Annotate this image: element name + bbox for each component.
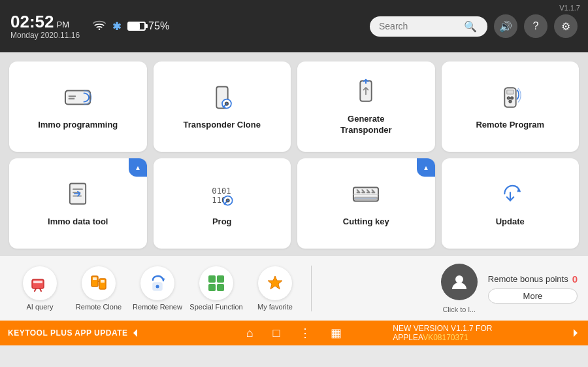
settings-button[interactable]: ⚙: [554, 14, 578, 38]
remote-clone-icon: [82, 266, 116, 300]
svg-rect-5: [507, 90, 514, 94]
settings-icon: ⚙: [561, 20, 570, 33]
svg-point-13: [226, 199, 229, 201]
nav-home-icon[interactable]: ⌂: [246, 326, 253, 340]
svg-rect-25: [208, 275, 216, 283]
cloud-upload-icon: ▴: [136, 163, 140, 172]
status-icons: ✱ 75%: [93, 20, 169, 33]
svg-rect-28: [217, 284, 224, 291]
dock-remote-clone[interactable]: Remote Clone: [69, 266, 128, 311]
svg-point-24: [156, 285, 159, 288]
immo-data-tool-label: Immo data tool: [48, 217, 108, 228]
bonus-points-value: 0: [572, 273, 578, 285]
cutting-key-icon: [351, 181, 381, 211]
card-cutting-key[interactable]: ▴ Cutting key: [297, 158, 435, 249]
svg-rect-22: [101, 280, 105, 283]
more-button[interactable]: More: [488, 288, 578, 304]
card-transponder-clone[interactable]: Transponder Clone: [154, 61, 291, 152]
transponder-clone-icon: [207, 84, 237, 114]
generate-transponder-label: Generate Transponder: [340, 114, 392, 136]
svg-marker-32: [574, 329, 578, 337]
search-bar: 🔍 🔊 ? ⚙: [370, 14, 578, 38]
remote-program-icon: [495, 84, 525, 114]
ai-query-label: AI query: [27, 303, 54, 311]
prog-icon: 0101 110: [207, 181, 237, 211]
search-icon: 🔍: [464, 20, 477, 33]
time-block: 02:52 PM Monday 2020.11.16: [10, 12, 80, 40]
svg-text:0101: 0101: [212, 186, 231, 196]
nav-arrow-right: [570, 328, 580, 338]
volume-button[interactable]: 🔊: [494, 14, 517, 38]
nav-right-text: NEW VERSION V1.1.7 FOR APPLEAVK08170371: [393, 324, 567, 342]
version-label: V1.1.7: [559, 4, 580, 12]
special-function-label: Special Function: [189, 303, 242, 311]
dock-ai-query[interactable]: AI query: [10, 266, 69, 311]
card-immo-data-tool[interactable]: ▴ Immo data tool: [9, 158, 147, 249]
transponder-clone-label: Transponder Clone: [184, 120, 261, 131]
nav-bar-right: NEW VERSION V1.1.7 FOR APPLEAVK08170371: [393, 324, 580, 342]
keytool-update-text: KEYTOOL PLUS APP UPDATE: [8, 328, 128, 338]
svg-point-6: [507, 97, 509, 99]
ai-query-icon: [23, 266, 57, 300]
card-update[interactable]: Update: [442, 158, 580, 249]
dock-special-function[interactable]: Special Function: [187, 266, 246, 311]
search-input[interactable]: [379, 21, 464, 31]
cutting-key-label: Cutting key: [343, 217, 389, 228]
card-prog[interactable]: 0101 110 Prog: [154, 158, 291, 249]
remote-program-label: Remote Program: [476, 120, 544, 131]
svg-point-8: [509, 100, 511, 102]
user-click-label: Click to l...: [442, 306, 476, 313]
svg-marker-29: [268, 276, 282, 289]
update-icon: [495, 181, 525, 211]
battery-fill: [129, 23, 140, 29]
user-avatar[interactable]: [441, 264, 478, 300]
dock-divider: [311, 266, 312, 311]
nav-bar: KEYTOOL PLUS APP UPDATE ⌂ □ ⋮ ▦ NEW VERS…: [0, 321, 588, 345]
clock-time: 02:52: [10, 12, 54, 31]
svg-point-0: [99, 28, 101, 30]
date-display: Monday 2020.11.16: [10, 31, 80, 40]
remote-renew-label: Remote Renew: [133, 303, 182, 311]
bluetooth-icon: ✱: [112, 20, 121, 33]
bonus-points-display: Remote bonus points 0: [488, 273, 578, 285]
card-remote-program[interactable]: Remote Program: [442, 61, 580, 152]
card-immo-programming[interactable]: Immo programming: [9, 61, 147, 152]
nav-scan-icon[interactable]: ▦: [331, 326, 342, 340]
prog-label: Prog: [212, 217, 232, 228]
svg-point-30: [455, 275, 463, 283]
app-grid: Immo programming Transponder Clone: [9, 61, 579, 249]
bonus-points-label: Remote bonus points: [488, 274, 568, 284]
battery-shape: [127, 22, 146, 31]
search-input-wrap[interactable]: 🔍: [370, 16, 487, 37]
svg-marker-31: [133, 329, 137, 337]
svg-rect-20: [93, 277, 97, 280]
dock-remote-renew[interactable]: Remote Renew: [128, 266, 187, 311]
vin-text: VK08170371: [423, 333, 468, 342]
help-button[interactable]: ?: [524, 14, 547, 38]
my-favorite-label: My favorite: [257, 303, 293, 311]
nav-recents-icon[interactable]: ⋮: [299, 326, 311, 340]
my-favorite-icon: [258, 266, 292, 300]
main-area: Immo programming Transponder Clone: [0, 52, 588, 255]
remote-clone-label: Remote Clone: [76, 303, 122, 311]
volume-icon: 🔊: [499, 20, 512, 33]
help-icon: ?: [533, 20, 539, 32]
cloud-upload-icon-2: ▴: [424, 163, 428, 172]
battery-percentage: 75%: [148, 20, 169, 32]
dock-my-favorite[interactable]: My favorite: [246, 266, 304, 311]
svg-point-3: [225, 102, 228, 105]
generate-transponder-icon: [351, 79, 381, 109]
cloud-badge-immo: ▴: [129, 158, 147, 177]
top-bar: V1.1.7 02:52 PM Monday 2020.11.16 ✱ 75%: [0, 0, 588, 52]
wifi-icon: [93, 20, 106, 33]
bottom-dock: AI query Remote Clone Remote Renew: [0, 255, 588, 321]
card-generate-transponder[interactable]: Generate Transponder: [297, 61, 435, 152]
user-section: Click to l...: [441, 264, 478, 313]
clock-ampm: PM: [57, 20, 70, 29]
svg-rect-1: [65, 90, 90, 104]
svg-point-7: [511, 97, 513, 99]
nav-back-icon[interactable]: □: [273, 326, 280, 340]
cloud-badge-cutting: ▴: [417, 158, 435, 177]
remote-renew-icon: [140, 266, 174, 300]
nav-bar-left: KEYTOOL PLUS APP UPDATE: [8, 328, 195, 338]
